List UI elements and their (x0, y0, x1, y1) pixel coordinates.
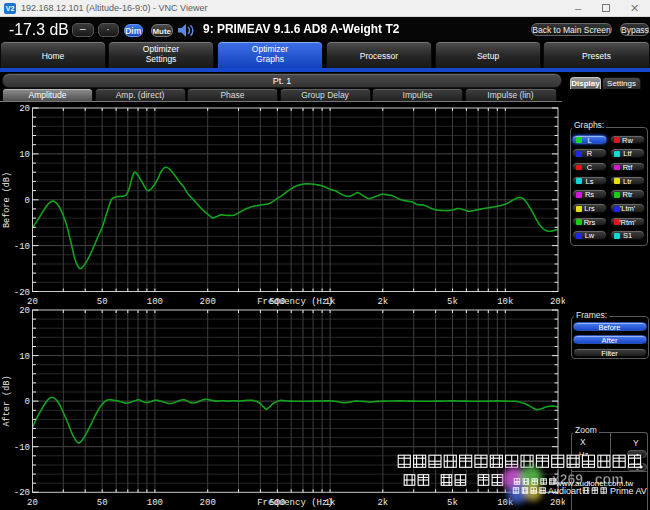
svg-text:Audioart: Audioart (548, 486, 582, 496)
svg-text:Prime AV: Prime AV (610, 486, 647, 496)
